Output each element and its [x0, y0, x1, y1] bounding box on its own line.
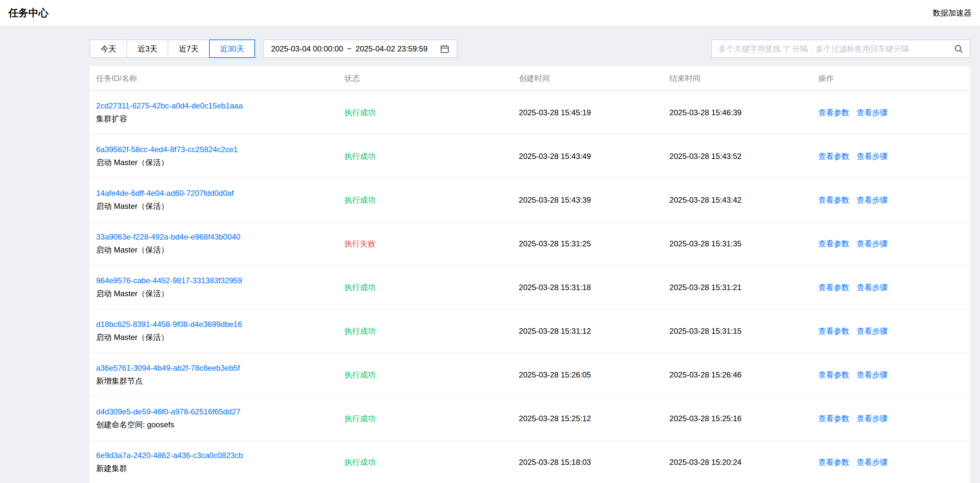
view-steps-link[interactable]: 查看步骤 — [857, 239, 888, 248]
task-id-name-cell: d18bc625-8391-4458-9f08-d4e3699dbe16 启动 … — [90, 320, 338, 343]
view-steps-link[interactable]: 查看步骤 — [857, 414, 888, 423]
task-id-link[interactable]: 33a9063e-f228-492a-bd4e-e968f43b0040 — [96, 233, 331, 241]
created-time: 2025-03-28 15:26:05 — [512, 370, 663, 379]
task-id-link[interactable]: a36e5761-3094-4b49-ab2f-78c8eeb3eb5f — [96, 363, 331, 373]
created-time: 2025-03-28 15:18:03 — [512, 458, 663, 467]
view-params-link[interactable]: 查看参数 — [818, 152, 849, 161]
column-header-ended: 结束时间 — [663, 73, 812, 83]
status-cell: 执行成功 — [338, 195, 512, 205]
created-time: 2025-03-28 15:31:18 — [512, 283, 663, 292]
created-time: 2025-03-28 15:43:39 — [512, 196, 663, 205]
view-params-link[interactable]: 查看参数 — [818, 327, 849, 335]
date-range-end: 2025-04-02 23:59:59 — [355, 45, 428, 53]
task-name: 启动 Master（保活） — [96, 245, 331, 255]
status-cell: 执行成功 — [338, 282, 512, 293]
status-text: 执行成功 — [344, 327, 375, 335]
topbar-link-data-accelerator[interactable]: 数据加速器 — [933, 8, 972, 18]
table-row: 6a39562f-58cc-4ed4-8f73-cc25824c2ce1 启动 … — [90, 135, 970, 179]
calendar-icon — [440, 44, 450, 54]
task-id-link[interactable]: d4d309e5-de59-46f0-a978-62516f65dd27 — [96, 407, 331, 416]
row-actions: 查看参数 查看步骤 — [812, 195, 970, 205]
task-id-link[interactable]: 6a39562f-58cc-4ed4-8f73-cc25824c2ce1 — [96, 145, 331, 154]
status-text: 执行成功 — [344, 283, 375, 292]
view-steps-link[interactable]: 查看步骤 — [857, 370, 888, 379]
time-range-button-1[interactable]: 近3天 — [127, 40, 168, 58]
task-name: 启动 Master（保活） — [96, 289, 331, 299]
status-cell: 执行成功 — [338, 457, 512, 467]
task-name: 新建集群 — [96, 463, 331, 473]
status-text: 执行成功 — [344, 458, 375, 467]
row-actions: 查看参数 查看步骤 — [812, 107, 970, 118]
search-icon[interactable] — [948, 44, 970, 54]
column-header-actions: 操作 — [812, 73, 970, 83]
ended-time: 2025-03-28 15:31:35 — [663, 239, 812, 248]
row-actions: 查看参数 查看步骤 — [812, 457, 970, 467]
status-cell: 执行成功 — [338, 370, 512, 380]
view-params-link[interactable]: 查看参数 — [818, 283, 849, 292]
time-range-button-group: 今天近3天近7天近30天 — [90, 40, 255, 58]
status-cell: 执行失败 — [338, 239, 512, 249]
ended-time: 2025-03-28 15:26:46 — [663, 370, 812, 379]
task-id-name-cell: 2cd27311-6275-42bc-a0d4-de0c15eb1aaa 集群扩… — [90, 101, 338, 124]
table-row: d18bc625-8391-4458-9f08-d4e3699dbe16 启动 … — [90, 309, 970, 353]
time-range-button-2[interactable]: 近7天 — [168, 40, 209, 58]
toolbar: 今天近3天近7天近30天 2025-03-04 00:00:00 ~ 2025-… — [90, 40, 970, 58]
ended-time: 2025-03-28 15:31:15 — [663, 327, 812, 336]
ended-time: 2025-03-28 15:43:42 — [663, 196, 812, 205]
ended-time: 2025-03-28 15:43:52 — [663, 152, 812, 161]
task-id-name-cell: 964e9576-cabe-4452-9817-331383f32959 启动 … — [90, 276, 338, 299]
status-cell: 执行成功 — [338, 413, 512, 424]
view-params-link[interactable]: 查看参数 — [818, 108, 849, 117]
table-row: a36e5761-3094-4b49-ab2f-78c8eeb3eb5f 新增集… — [90, 353, 970, 397]
view-params-link[interactable]: 查看参数 — [818, 370, 849, 379]
time-range-button-3[interactable]: 近30天 — [209, 40, 255, 58]
search-input[interactable] — [712, 40, 948, 57]
status-text: 执行成功 — [344, 196, 375, 204]
table-row: 33a9063e-f228-492a-bd4e-e968f43b0040 启动 … — [90, 222, 970, 266]
ended-time: 2025-03-28 15:46:39 — [663, 108, 812, 117]
task-id-name-cell: 6a39562f-58cc-4ed4-8f73-cc25824c2ce1 启动 … — [90, 145, 338, 168]
table-row: 14afe4de-6dff-4e04-ad60-7207fdd0d0af 启动 … — [90, 179, 970, 222]
view-params-link[interactable]: 查看参数 — [818, 458, 849, 467]
task-id-link[interactable]: 6e9d3a7a-2420-4862-a436-c3ca0c0823cb — [96, 451, 331, 460]
table-header-row: 任务ID/名称 状态 创建时间 结束时间 操作 — [90, 66, 970, 91]
row-actions: 查看参数 查看步骤 — [812, 151, 970, 161]
status-cell: 执行成功 — [338, 326, 512, 336]
task-id-link[interactable]: 964e9576-cabe-4452-9817-331383f32959 — [96, 276, 331, 285]
view-steps-link[interactable]: 查看步骤 — [857, 458, 888, 467]
ended-time: 2025-03-28 15:25:16 — [663, 414, 812, 423]
view-steps-link[interactable]: 查看步骤 — [857, 108, 888, 117]
content: 今天近3天近7天近30天 2025-03-04 00:00:00 ~ 2025-… — [0, 26, 980, 483]
view-steps-link[interactable]: 查看步骤 — [857, 196, 888, 204]
task-id-name-cell: 14afe4de-6dff-4e04-ad60-7207fdd0d0af 启动 … — [90, 189, 338, 211]
view-steps-link[interactable]: 查看步骤 — [857, 152, 888, 161]
task-id-link[interactable]: 14afe4de-6dff-4e04-ad60-7207fdd0d0af — [96, 189, 331, 198]
topbar: 任务中心 数据加速器 — [0, 0, 980, 26]
view-params-link[interactable]: 查看参数 — [818, 239, 849, 248]
task-id-name-cell: a36e5761-3094-4b49-ab2f-78c8eeb3eb5f 新增集… — [90, 363, 338, 386]
status-text: 执行失败 — [344, 239, 375, 248]
table-row: 964e9576-cabe-4452-9817-331383f32959 启动 … — [90, 266, 970, 309]
task-id-link[interactable]: 2cd27311-6275-42bc-a0d4-de0c15eb1aaa — [96, 101, 331, 110]
task-table: 任务ID/名称 状态 创建时间 结束时间 操作 2cd27311-6275-42… — [90, 66, 970, 483]
task-name: 新增集群节点 — [96, 376, 331, 386]
view-params-link[interactable]: 查看参数 — [818, 196, 849, 204]
column-header-status: 状态 — [338, 73, 512, 83]
status-cell: 执行成功 — [338, 107, 512, 118]
time-range-button-0[interactable]: 今天 — [90, 40, 127, 58]
column-header-task-id: 任务ID/名称 — [90, 73, 338, 83]
page-title: 任务中心 — [8, 6, 49, 20]
task-id-name-cell: d4d309e5-de59-46f0-a978-62516f65dd27 创建命… — [90, 407, 338, 430]
view-steps-link[interactable]: 查看步骤 — [857, 283, 888, 292]
date-range-picker[interactable]: 2025-03-04 00:00:00 ~ 2025-04-02 23:59:5… — [263, 40, 457, 58]
table-row: 2cd27311-6275-42bc-a0d4-de0c15eb1aaa 集群扩… — [90, 91, 970, 135]
view-params-link[interactable]: 查看参数 — [818, 414, 849, 423]
status-text: 执行成功 — [344, 414, 375, 423]
row-actions: 查看参数 查看步骤 — [812, 282, 970, 293]
task-name: 启动 Master（保活） — [96, 332, 331, 343]
view-steps-link[interactable]: 查看步骤 — [857, 327, 888, 335]
table-row: 6e9d3a7a-2420-4862-a436-c3ca0c0823cb 新建集… — [90, 441, 970, 483]
task-id-link[interactable]: d18bc625-8391-4458-9f08-d4e3699dbe16 — [96, 320, 331, 329]
created-time: 2025-03-28 15:25:12 — [512, 414, 663, 423]
date-range-start: 2025-03-04 00:00:00 — [271, 45, 343, 53]
